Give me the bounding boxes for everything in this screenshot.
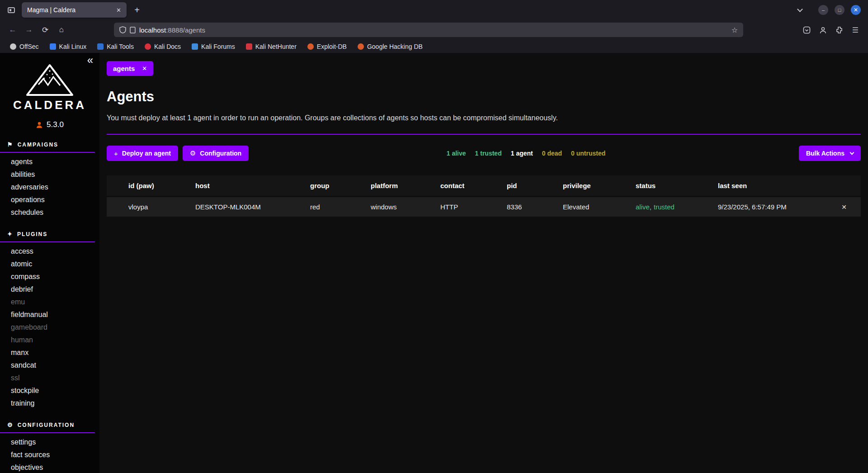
page-tab-label: agents bbox=[113, 65, 135, 72]
caldera-logo-text: CALDERA bbox=[0, 98, 99, 112]
exploit-db-favicon bbox=[307, 43, 314, 50]
sidebar-item-ssl: ssl bbox=[0, 372, 99, 384]
new-tab-button[interactable]: + bbox=[130, 3, 144, 17]
configuration-label: Configuration bbox=[200, 150, 241, 157]
caldera-app: « CALDERA 5.3.0 ⚑ CAMPAIGNS bbox=[0, 53, 868, 473]
col-platform: platform bbox=[367, 175, 437, 197]
bookmark-label: Kali Tools bbox=[107, 43, 134, 50]
kali-forums-favicon bbox=[192, 43, 198, 50]
flag-icon: ⚑ bbox=[7, 141, 14, 148]
page-info-icon[interactable] bbox=[130, 27, 136, 33]
stat-agent-count: 1 agent bbox=[511, 150, 533, 157]
browser-tab[interactable]: Magma | Caldera ✕ bbox=[22, 2, 127, 18]
maximize-button[interactable]: □ bbox=[835, 5, 844, 15]
version-row: 5.3.0 bbox=[0, 120, 99, 129]
col-contact: contact bbox=[437, 175, 503, 197]
configuration-button[interactable]: ⚙ Configuration bbox=[183, 146, 249, 161]
sidebar-item-operations[interactable]: operations bbox=[0, 194, 99, 206]
bookmark-exploit-db[interactable]: Exploit-DB bbox=[304, 42, 350, 51]
close-window-button[interactable]: ✕ bbox=[851, 5, 861, 15]
sidebar-collapse-button[interactable]: « bbox=[87, 55, 93, 66]
section-title: PLUGINS bbox=[17, 231, 47, 237]
agent-pid: 8336 bbox=[503, 197, 559, 218]
kali-tools-favicon bbox=[97, 43, 104, 50]
reload-button[interactable]: ⟳ bbox=[38, 23, 52, 37]
agent-platform: windows bbox=[367, 197, 437, 218]
col-group: group bbox=[307, 175, 367, 197]
sidebar-item-fieldmanual[interactable]: fieldmanual bbox=[0, 308, 99, 321]
bookmark-kali-nethunter[interactable]: Kali NetHunter bbox=[242, 42, 300, 51]
sidebar-item-settings[interactable]: settings bbox=[0, 436, 99, 449]
google-hacking-db-favicon bbox=[358, 43, 364, 50]
stat-untrusted: 0 untrusted bbox=[571, 150, 605, 157]
sidebar-item-sandcat[interactable]: sandcat bbox=[0, 359, 99, 372]
bookmark-offsec[interactable]: OffSec bbox=[6, 42, 42, 51]
bookmark-kali-linux[interactable]: Kali Linux bbox=[46, 42, 90, 51]
page-tab-close-icon[interactable]: ✕ bbox=[142, 65, 147, 72]
table-row[interactable]: vloypa DESKTOP-MLK004M red windows HTTP … bbox=[107, 197, 861, 218]
bookmark-label: Kali Docs bbox=[154, 43, 181, 50]
offsec-favicon bbox=[10, 43, 16, 50]
account-icon[interactable] bbox=[816, 23, 830, 37]
sidebar-item-adversaries[interactable]: adversaries bbox=[0, 181, 99, 194]
minimize-button[interactable]: – bbox=[818, 5, 828, 15]
forward-button[interactable]: → bbox=[22, 23, 36, 37]
menu-icon[interactable]: ☰ bbox=[848, 23, 863, 37]
col-host: host bbox=[192, 175, 307, 197]
sidebar-item-stockpile[interactable]: stockpile bbox=[0, 384, 99, 397]
navigation-bar: ← → ⟳ ⌂ localhost:8888/agents ☆ ☰ bbox=[0, 20, 868, 40]
sidebar-item-training[interactable]: training bbox=[0, 397, 99, 410]
extensions-icon[interactable] bbox=[832, 23, 846, 37]
pocket-icon[interactable] bbox=[799, 23, 814, 37]
sidebar-item-gameboard: gameboard bbox=[0, 321, 99, 334]
col-status: status bbox=[632, 175, 714, 197]
main-content: agents ✕ Agents You must deploy at least… bbox=[99, 53, 868, 473]
agent-status: alive,trusted bbox=[632, 197, 714, 218]
url-host: localhost bbox=[139, 26, 166, 34]
sidebar-item-abilities[interactable]: abilities bbox=[0, 168, 99, 181]
sidebar-item-schedules[interactable]: schedules bbox=[0, 206, 99, 219]
sidebar-item-agents[interactable]: agents bbox=[0, 156, 99, 168]
sidebar-item-emu: emu bbox=[0, 296, 99, 308]
bookmark-star-icon[interactable]: ☆ bbox=[731, 26, 738, 34]
bookmark-kali-forums[interactable]: Kali Forums bbox=[188, 42, 239, 51]
bookmark-kali-tools[interactable]: Kali Tools bbox=[94, 42, 137, 51]
remove-agent-button[interactable]: ✕ bbox=[827, 197, 861, 218]
url-text: localhost:8888/agents bbox=[139, 26, 728, 34]
sidebar-item-fact-sources[interactable]: fact sources bbox=[0, 449, 99, 461]
gear-icon: ⚙ bbox=[7, 421, 14, 428]
bookmark-kali-docs[interactable]: Kali Docs bbox=[141, 42, 184, 51]
bookmark-label: Exploit-DB bbox=[317, 43, 347, 50]
tab-bar: Magma | Caldera ✕ + – □ ✕ bbox=[0, 0, 868, 20]
sidebar-item-access[interactable]: access bbox=[0, 245, 99, 258]
sidebar-item-objectives[interactable]: objectives bbox=[0, 461, 99, 473]
tracking-protection-shield-icon[interactable] bbox=[119, 26, 126, 33]
agent-last-seen: 9/23/2025, 6:57:49 PM bbox=[714, 197, 827, 218]
sidebar-item-manx[interactable]: manx bbox=[0, 346, 99, 359]
firefox-view-button[interactable] bbox=[5, 3, 18, 17]
chevron-down-icon bbox=[850, 150, 854, 155]
agent-id: vloypa bbox=[107, 197, 192, 218]
bookmark-google-hacking-db[interactable]: Google Hacking DB bbox=[354, 42, 426, 51]
open-page-tab-agents[interactable]: agents ✕ bbox=[107, 61, 153, 76]
bookmark-label: Kali Forums bbox=[201, 43, 235, 50]
tab-close-icon[interactable]: ✕ bbox=[116, 7, 121, 14]
back-button[interactable]: ← bbox=[5, 23, 20, 37]
version-label: 5.3.0 bbox=[47, 120, 64, 129]
home-button[interactable]: ⌂ bbox=[54, 23, 69, 37]
sidebar-item-atomic[interactable]: atomic bbox=[0, 258, 99, 270]
agent-stats: 1 alive 1 trusted 1 agent 0 dead 0 untru… bbox=[253, 150, 799, 157]
bookmark-label: Kali NetHunter bbox=[255, 43, 297, 50]
list-all-tabs-button[interactable] bbox=[793, 3, 807, 17]
agents-toolbar: + Deploy an agent ⚙ Configuration 1 aliv… bbox=[107, 146, 861, 161]
chevron-down-icon bbox=[797, 6, 803, 12]
sidebar-item-compass[interactable]: compass bbox=[0, 270, 99, 283]
kali-nethunter-favicon bbox=[246, 43, 252, 50]
sidebar-item-debrief[interactable]: debrief bbox=[0, 283, 99, 296]
bulk-actions-button[interactable]: Bulk Actions bbox=[799, 146, 861, 161]
deploy-agent-button[interactable]: + Deploy an agent bbox=[107, 146, 178, 161]
section-campaigns: ⚑ CAMPAIGNS bbox=[7, 141, 99, 148]
url-bar[interactable]: localhost:8888/agents ☆ bbox=[114, 23, 743, 37]
bookmark-label: Kali Linux bbox=[59, 43, 87, 50]
table-header-row: id (paw) host group platform contact pid… bbox=[107, 175, 861, 197]
